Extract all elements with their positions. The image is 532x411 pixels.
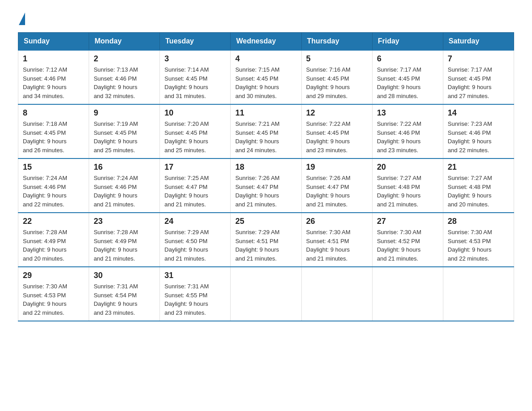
daylight-label: Daylight: bbox=[23, 138, 46, 145]
weekday-header-sunday: Sunday bbox=[18, 33, 89, 51]
sunset-label: Sunset: bbox=[94, 184, 113, 190]
day-info: Sunrise: 7:17 AM Sunset: 4:45 PM Dayligh… bbox=[448, 65, 509, 100]
sunrise-label: Sunrise: bbox=[164, 175, 186, 181]
calendar-cell: 5 Sunrise: 7:16 AM Sunset: 4:45 PM Dayli… bbox=[301, 50, 372, 104]
day-info: Sunrise: 7:30 AM Sunset: 4:52 PM Dayligh… bbox=[377, 228, 438, 263]
sunset-label: Sunset: bbox=[164, 292, 184, 299]
sunrise-label: Sunrise: bbox=[164, 283, 186, 290]
weekday-header-monday: Monday bbox=[89, 33, 160, 51]
calendar-cell: 18 Sunrise: 7:26 AM Sunset: 4:47 PM Dayl… bbox=[231, 158, 301, 213]
logo-triangle-icon bbox=[19, 13, 25, 25]
day-number: 31 bbox=[164, 271, 226, 280]
day-info: Sunrise: 7:22 AM Sunset: 4:45 PM Dayligh… bbox=[306, 120, 368, 154]
day-info: Sunrise: 7:27 AM Sunset: 4:48 PM Dayligh… bbox=[377, 174, 438, 209]
daylight-label: Daylight: bbox=[377, 246, 400, 253]
weekday-header-row: SundayMondayTuesdayWednesdayThursdayFrid… bbox=[18, 33, 514, 51]
daylight-label: Daylight: bbox=[306, 138, 329, 145]
sunset-label: Sunset: bbox=[23, 184, 43, 190]
daylight-label: Daylight: bbox=[164, 192, 187, 199]
day-number: 26 bbox=[306, 217, 368, 226]
week-row-1: 1 Sunrise: 7:12 AM Sunset: 4:46 PM Dayli… bbox=[18, 50, 514, 104]
sunrise-label: Sunrise: bbox=[94, 120, 115, 127]
sunrise-label: Sunrise: bbox=[306, 120, 328, 127]
sunrise-label: Sunrise: bbox=[448, 66, 469, 73]
day-number: 15 bbox=[23, 163, 84, 172]
day-number: 25 bbox=[235, 217, 296, 226]
day-number: 11 bbox=[235, 108, 296, 118]
day-info: Sunrise: 7:30 AM Sunset: 4:51 PM Dayligh… bbox=[306, 228, 368, 263]
sunrise-label: Sunrise: bbox=[306, 175, 328, 181]
day-info: Sunrise: 7:31 AM Sunset: 4:54 PM Dayligh… bbox=[94, 282, 155, 317]
sunset-label: Sunset: bbox=[235, 75, 255, 82]
day-number: 28 bbox=[448, 217, 509, 226]
sunrise-label: Sunrise: bbox=[94, 175, 115, 181]
daylight-label: Daylight: bbox=[23, 84, 46, 90]
sunset-label: Sunset: bbox=[23, 129, 43, 136]
sunset-label: Sunset: bbox=[235, 184, 255, 190]
page-header bbox=[18, 13, 514, 23]
daylight-label: Daylight: bbox=[94, 300, 116, 307]
day-info: Sunrise: 7:27 AM Sunset: 4:48 PM Dayligh… bbox=[448, 174, 509, 209]
sunrise-label: Sunrise: bbox=[448, 175, 469, 181]
day-info: Sunrise: 7:14 AM Sunset: 4:45 PM Dayligh… bbox=[164, 65, 226, 100]
day-number: 18 bbox=[235, 163, 296, 172]
sunset-label: Sunset: bbox=[235, 129, 255, 136]
calendar-cell: 28 Sunrise: 7:30 AM Sunset: 4:53 PM Dayl… bbox=[443, 213, 514, 267]
sunrise-label: Sunrise: bbox=[377, 66, 399, 73]
daylight-label: Daylight: bbox=[23, 300, 46, 307]
sunset-label: Sunset: bbox=[448, 184, 468, 190]
day-number: 19 bbox=[306, 163, 368, 172]
day-number: 8 bbox=[23, 108, 84, 118]
day-number: 5 bbox=[306, 54, 368, 64]
calendar-cell: 31 Sunrise: 7:31 AM Sunset: 4:55 PM Dayl… bbox=[160, 267, 231, 321]
day-number: 27 bbox=[377, 217, 438, 226]
sunrise-label: Sunrise: bbox=[448, 120, 469, 127]
day-info: Sunrise: 7:22 AM Sunset: 4:46 PM Dayligh… bbox=[377, 120, 438, 154]
calendar-cell: 27 Sunrise: 7:30 AM Sunset: 4:52 PM Dayl… bbox=[372, 213, 443, 267]
calendar-cell: 10 Sunrise: 7:20 AM Sunset: 4:45 PM Dayl… bbox=[160, 104, 231, 158]
day-info: Sunrise: 7:29 AM Sunset: 4:50 PM Dayligh… bbox=[164, 228, 226, 263]
calendar-cell bbox=[443, 267, 514, 321]
day-info: Sunrise: 7:26 AM Sunset: 4:47 PM Dayligh… bbox=[235, 174, 296, 209]
sunrise-label: Sunrise: bbox=[164, 229, 186, 235]
sunrise-label: Sunrise: bbox=[377, 120, 399, 127]
day-number: 30 bbox=[94, 271, 155, 280]
calendar-cell: 11 Sunrise: 7:21 AM Sunset: 4:45 PM Dayl… bbox=[231, 104, 301, 158]
sunset-label: Sunset: bbox=[23, 75, 43, 82]
day-info: Sunrise: 7:18 AM Sunset: 4:45 PM Dayligh… bbox=[23, 120, 84, 154]
sunrise-label: Sunrise: bbox=[23, 229, 44, 235]
sunrise-label: Sunrise: bbox=[94, 66, 115, 73]
day-info: Sunrise: 7:21 AM Sunset: 4:45 PM Dayligh… bbox=[235, 120, 296, 154]
day-info: Sunrise: 7:19 AM Sunset: 4:45 PM Dayligh… bbox=[94, 120, 155, 154]
calendar-cell: 16 Sunrise: 7:24 AM Sunset: 4:46 PM Dayl… bbox=[89, 158, 160, 213]
daylight-label: Daylight: bbox=[448, 138, 471, 145]
calendar-cell: 13 Sunrise: 7:22 AM Sunset: 4:46 PM Dayl… bbox=[372, 104, 443, 158]
calendar-cell: 12 Sunrise: 7:22 AM Sunset: 4:45 PM Dayl… bbox=[301, 104, 372, 158]
week-row-3: 15 Sunrise: 7:24 AM Sunset: 4:46 PM Dayl… bbox=[18, 158, 514, 213]
daylight-label: Daylight: bbox=[164, 84, 187, 90]
sunrise-label: Sunrise: bbox=[235, 175, 257, 181]
calendar-cell: 7 Sunrise: 7:17 AM Sunset: 4:45 PM Dayli… bbox=[443, 50, 514, 104]
sunrise-label: Sunrise: bbox=[23, 283, 44, 290]
calendar-cell: 19 Sunrise: 7:26 AM Sunset: 4:47 PM Dayl… bbox=[301, 158, 372, 213]
calendar-cell: 8 Sunrise: 7:18 AM Sunset: 4:45 PM Dayli… bbox=[18, 104, 89, 158]
calendar-cell: 21 Sunrise: 7:27 AM Sunset: 4:48 PM Dayl… bbox=[443, 158, 514, 213]
sunrise-label: Sunrise: bbox=[235, 66, 257, 73]
daylight-label: Daylight: bbox=[377, 192, 400, 199]
day-number: 16 bbox=[94, 163, 155, 172]
calendar-cell bbox=[301, 267, 372, 321]
calendar-cell: 22 Sunrise: 7:28 AM Sunset: 4:49 PM Dayl… bbox=[18, 213, 89, 267]
day-info: Sunrise: 7:30 AM Sunset: 4:53 PM Dayligh… bbox=[448, 228, 509, 263]
sunset-label: Sunset: bbox=[94, 75, 113, 82]
sunset-label: Sunset: bbox=[164, 75, 184, 82]
day-number: 29 bbox=[23, 271, 84, 280]
sunset-label: Sunset: bbox=[94, 129, 113, 136]
daylight-label: Daylight: bbox=[377, 84, 400, 90]
sunrise-label: Sunrise: bbox=[23, 120, 44, 127]
weekday-header-saturday: Saturday bbox=[443, 33, 514, 51]
calendar-cell: 15 Sunrise: 7:24 AM Sunset: 4:46 PM Dayl… bbox=[18, 158, 89, 213]
day-info: Sunrise: 7:28 AM Sunset: 4:49 PM Dayligh… bbox=[94, 228, 155, 263]
calendar-cell: 14 Sunrise: 7:23 AM Sunset: 4:46 PM Dayl… bbox=[443, 104, 514, 158]
day-number: 21 bbox=[448, 163, 509, 172]
week-row-5: 29 Sunrise: 7:30 AM Sunset: 4:53 PM Dayl… bbox=[18, 267, 514, 321]
